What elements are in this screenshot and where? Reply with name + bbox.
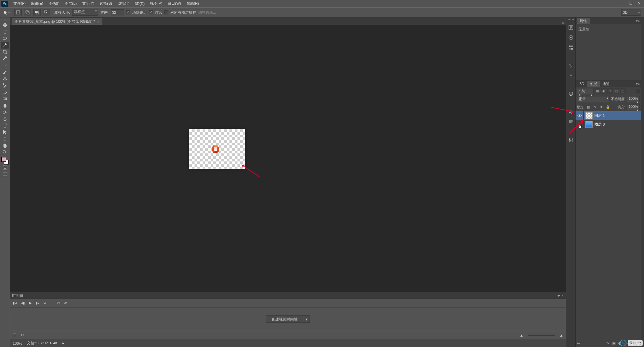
brush-presets-panel-icon[interactable] [568,72,574,79]
selection-add-button[interactable] [24,9,31,16]
move-tool[interactable] [1,22,9,28]
shape-tool[interactable] [1,136,9,142]
layer-filter-smart-icon[interactable]: ◫ [620,88,626,94]
status-arrow-icon[interactable]: ▸ [62,341,64,345]
dock-grip[interactable] [568,19,574,21]
selection-intersect-button[interactable] [43,9,50,16]
eraser-tool[interactable] [1,89,9,95]
timeline-transition-button[interactable]: ▱ [64,301,67,305]
timeline-zoom-slider[interactable] [528,335,555,336]
sample-size-select[interactable]: 取样点 [72,9,98,16]
path-selection-tool[interactable] [1,129,9,136]
color-panel-icon[interactable] [568,34,574,41]
menu-image[interactable]: 图像(I) [46,0,62,7]
color-swatches[interactable] [1,157,9,164]
paint-panel-icon[interactable] [568,90,574,97]
timeline-split-button[interactable]: ✂ [57,301,60,305]
timeline-prev-keyframe-button[interactable]: ◂ [44,301,46,305]
opacity-input[interactable]: 100% [627,96,640,102]
layer-visibility-toggle[interactable] [576,111,584,120]
layer-filter-shape-icon[interactable]: ▢ [614,88,619,94]
lock-all-icon[interactable]: 🔒 [605,105,610,110]
layer-filter-adjust-icon[interactable]: ◐ [601,88,606,94]
timeline-loop-icon[interactable]: ↻ [21,333,24,337]
3d-tab[interactable]: 3D [577,81,587,86]
layer-filter-pixel-icon[interactable]: ▦ [595,88,600,94]
crop-tool[interactable] [1,49,9,55]
menu-help[interactable]: 帮助(H) [184,0,202,7]
layer-fx-icon[interactable]: fx [606,341,609,345]
menu-file[interactable]: 文件(F) [11,0,28,7]
type-tool[interactable] [1,122,9,129]
channels-tab[interactable]: 通道 [600,81,612,87]
adjustments-panel-icon[interactable] [568,137,574,143]
contiguous-checkbox[interactable]: ✓ [149,10,153,14]
gradient-tool[interactable] [1,95,9,102]
menu-layer[interactable]: 图层(L) [62,0,79,7]
brush-panel-icon[interactable] [568,62,574,69]
menu-edit[interactable]: 编辑(E) [28,0,46,7]
status-zoom[interactable]: 100% [13,341,22,345]
layers-menu-icon[interactable]: ▾≡ [635,82,641,86]
timeline-prev-frame-button[interactable]: ◂▮ [21,301,25,305]
timeline-play-button[interactable]: ▶ [29,301,32,305]
healing-brush-tool[interactable] [1,62,9,69]
timeline-next-frame-button[interactable]: ▮▸ [36,301,40,305]
layer-filter-kind-select[interactable]: ρ 类型 [577,88,594,94]
right-edge-grip[interactable] [641,17,644,347]
timeline-first-frame-button[interactable]: ▮◂ [13,301,17,305]
lasso-tool[interactable] [1,35,9,42]
workspace-mode-select[interactable]: 3D▾ [621,9,641,16]
blur-tool[interactable] [1,102,9,109]
foreground-color-swatch[interactable] [1,157,6,162]
history-brush-tool[interactable] [1,82,9,89]
timeline-tab[interactable]: 时间轴 [12,293,23,298]
brush-tool[interactable] [1,69,9,75]
tolerance-input[interactable] [111,9,124,15]
window-minimize-button[interactable]: – [619,1,627,6]
menu-select[interactable]: 选择(S) [97,0,115,7]
character-panel-icon[interactable]: A [568,109,574,115]
lock-transparency-icon[interactable]: ▦ [586,105,591,110]
layer-name[interactable]: 图层 1 [594,113,605,118]
properties-tab[interactable]: 属性 [577,18,590,24]
eyedropper-tool[interactable] [1,55,9,62]
create-timeline-button[interactable]: 创建视频时间轴 ▾ [266,316,310,323]
selection-subtract-button[interactable] [33,9,41,16]
timeline-options-icon[interactable]: ☰ [13,333,16,337]
window-close-button[interactable]: ✕ [635,1,643,6]
document-tab[interactable]: 图片素材03_副本.png @ 100% (图层 1, RGB/8) * × [12,18,102,25]
timeline-zoom-in-icon[interactable]: ▲ [559,333,563,337]
menu-filter[interactable]: 滤镜(T) [115,0,132,7]
swatches-panel-icon[interactable] [568,44,574,51]
all-layers-checkbox[interactable] [164,10,168,14]
layer-name[interactable]: 图层 0 [594,122,605,127]
canvas-artboard[interactable] [189,129,245,169]
properties-menu-icon[interactable]: ▾≡ [635,19,641,23]
menu-3d[interactable]: 3D(D) [132,1,147,6]
create-timeline-dropdown[interactable]: ▾ [303,317,310,322]
magic-wand-tool[interactable] [1,42,9,49]
screen-mode-button[interactable] [1,171,9,178]
paragraph-panel-icon[interactable] [568,119,574,125]
quick-mask-button[interactable] [1,164,9,171]
timeline-collapse-icon[interactable]: ◂▪ [557,293,560,298]
tab-collapse-icon[interactable]: « [560,21,566,25]
layer-mask-icon[interactable]: ▣ [612,341,615,345]
timeline-zoom-out-icon[interactable]: ▲ [520,333,523,337]
layers-tab[interactable]: 图层 [587,81,600,87]
antialias-checkbox[interactable]: ✓ [126,10,130,14]
close-tab-icon[interactable]: × [97,19,99,23]
layer-link-icon[interactable]: ⇔ [577,341,580,345]
layer-filter-type-icon[interactable]: T [607,88,613,94]
menu-type[interactable]: 文字(Y) [79,0,97,7]
current-tool-icon[interactable]: ▾ [3,9,10,16]
toolbox-grip[interactable] [2,19,8,21]
pen-tool[interactable] [1,116,9,122]
menu-view[interactable]: 视图(V) [147,0,165,7]
layer-row[interactable]: 图层 1 [576,111,641,120]
history-panel-icon[interactable] [568,24,574,31]
menu-window[interactable]: 窗口(W) [165,0,184,7]
layer-thumbnail[interactable] [585,112,593,119]
lock-paint-icon[interactable]: ✎ [593,105,597,110]
